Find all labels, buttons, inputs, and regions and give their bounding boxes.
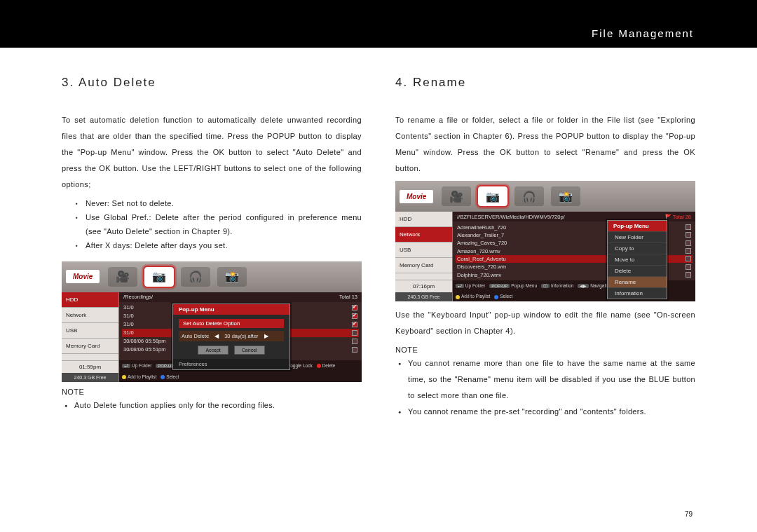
header-title: File Management [592,27,694,39]
sidebar-item-hdd[interactable]: HDD [62,292,118,308]
checkbox-icon[interactable] [352,347,357,353]
sidebar-item-hdd[interactable]: HDD [395,212,452,227]
list-item[interactable]: 31/0 [123,313,134,319]
note-item: You cannot rename the pre-set "recording… [398,404,695,420]
note-item: You cannot rename more than one file to … [398,355,695,404]
sidebar-item-network[interactable]: Network [62,308,118,323]
list-item[interactable]: 30/08/06 05:58pm [123,338,165,344]
ui-category-bar: Movie 🎥 📷 🎧 📸 [395,181,695,212]
storage-sidebar: HDD Network USB Memory Card 01:59pm 240.… [62,292,119,382]
note-label: NOTE [395,346,695,354]
free-space: 240.3 GB Free [62,373,118,382]
auto-delete-options: Never: Set not to delete. Use Global Pre… [62,197,362,252]
sidebar-item-usb[interactable]: USB [395,243,452,258]
note-label: NOTE [62,388,362,396]
checkbox-icon[interactable] [352,305,357,311]
photo-camera-icon[interactable]: 📸 [551,186,580,206]
camcorder-icon[interactable]: 🎥 [108,267,137,287]
accept-button[interactable]: Accept [198,346,228,355]
preferences-item[interactable]: Preferences [173,359,289,369]
checkbox-icon[interactable] [686,240,691,246]
checkbox-icon[interactable] [686,224,691,230]
list-item[interactable]: 31/0 [123,304,134,311]
list-item[interactable]: Amazon_720.wmv [457,248,500,254]
movie-label: Movie [400,190,433,203]
auto-delete-popup: Pop-up Menu Set Auto Delete Option Auto … [172,303,290,370]
ui-category-bar: Movie 🎥 📷 🎧 📸 [62,261,362,292]
menu-delete[interactable]: Delete [608,265,667,276]
checkbox-icon[interactable] [352,339,357,344]
option-label: Auto Delete [182,333,209,339]
sidebar-item-network[interactable]: Network [395,227,452,243]
rename-popup: Pop-up Menu New Folder Copy to Move to D… [607,220,667,299]
list-item[interactable]: AdrenalineRush_720 [457,224,506,231]
para-rename-2: Use the "Keyboard Input" pop-up window t… [395,307,695,339]
sidebar-item-usb[interactable]: USB [62,323,118,339]
headphones-icon[interactable]: 🎧 [514,186,544,206]
checkbox-icon[interactable] [686,272,691,278]
popup-title: Pop-up Menu [173,304,289,315]
camera-lens-icon[interactable]: 📷 [144,267,174,287]
checkbox-icon[interactable] [352,330,357,336]
clock: 07:16pm [395,280,452,292]
checkbox-icon[interactable] [686,232,691,238]
camera-lens-icon[interactable]: 📷 [478,186,507,206]
path-text: //BZFILESERVER/WizMedia/HD/WMV9/720p/ [457,214,565,220]
para-auto-delete: To set automatic deletion function to au… [62,112,362,193]
popup-title: Pop-up Menu [608,221,667,231]
menu-copy-to[interactable]: Copy to [608,243,667,254]
auto-delete-notes: Auto Delete function applies only for th… [62,397,362,414]
headphones-icon[interactable]: 🎧 [181,267,210,287]
camcorder-icon[interactable]: 🎥 [442,186,471,206]
auto-delete-option-row[interactable]: Auto Delete ◀ 30 day(s) after ▶ [179,331,284,341]
ui-rename-screenshot: Movie 🎥 📷 🎧 📸 HDD Network USB Memory Car… [395,181,695,301]
total-count: Total 13 [339,294,357,300]
sidebar-item-memcard[interactable]: Memory Card [395,258,452,273]
movie-label: Movie [66,270,100,283]
list-item[interactable]: 30/08/06 05:51pm [123,346,165,353]
menu-new-folder[interactable]: New Folder [608,231,667,243]
column-rename: 4. Rename To rename a file or folder, se… [395,76,695,420]
option-value: 30 day(s) after [224,333,258,339]
ui-auto-delete-screenshot: Movie 🎥 📷 🎧 📸 HDD Network USB Memory Car… [62,261,362,382]
sidebar-item-memcard[interactable]: Memory Card [62,339,118,354]
list-item[interactable]: Alexander_Trailer_7 [457,232,504,238]
menu-rename[interactable]: Rename [608,276,667,287]
bullet-global: Use Global Pref.: Delete after the perio… [79,211,362,239]
checkbox-icon[interactable] [352,313,357,319]
checkbox-icon[interactable] [686,264,691,270]
checkbox-icon[interactable] [352,322,357,327]
heading-rename: 4. Rename [395,76,695,90]
cancel-button[interactable]: Cancel [234,346,265,355]
checkbox-icon[interactable] [686,256,691,261]
total-count: Total 28 [673,214,691,220]
para-rename-1: To rename a file or folder, select a fil… [395,112,695,177]
list-item[interactable]: 31/0 [123,321,134,327]
note-item: Auto Delete function applies only for th… [64,397,362,414]
storage-sidebar: HDD Network USB Memory Card 07:16pm 240.… [395,212,453,301]
page-number: 79 [685,510,693,518]
clock: 01:59pm [62,360,118,373]
list-item[interactable]: Coral_Reef_Adventu [457,256,506,262]
list-item[interactable]: Dolphins_720.wmv [457,272,501,278]
header-bar: File Management [0,0,757,48]
menu-move-to[interactable]: Move to [608,254,667,265]
list-item[interactable]: Amazing_Caves_720 [457,240,507,246]
heading-auto-delete: 3. Auto Delete [62,76,362,90]
list-item[interactable]: 31/0 [123,329,134,336]
menu-information[interactable]: Information [608,287,667,299]
column-auto-delete: 3. Auto Delete To set automatic deletion… [62,76,362,420]
popup-subtitle: Set Auto Delete Option [179,319,284,328]
free-space: 240.3 GB Free [395,292,452,301]
photo-camera-icon[interactable]: 📸 [217,267,247,287]
rename-notes: You cannot rename more than one file to … [395,355,695,420]
bullet-never: Never: Set not to delete. [79,197,362,211]
path-text: /Recordings/ [123,294,153,300]
checkbox-icon[interactable] [686,248,691,254]
list-item[interactable]: Discoverers_720.wm [457,264,506,270]
bullet-after-x: After X days: Delete after days you set. [79,239,362,253]
